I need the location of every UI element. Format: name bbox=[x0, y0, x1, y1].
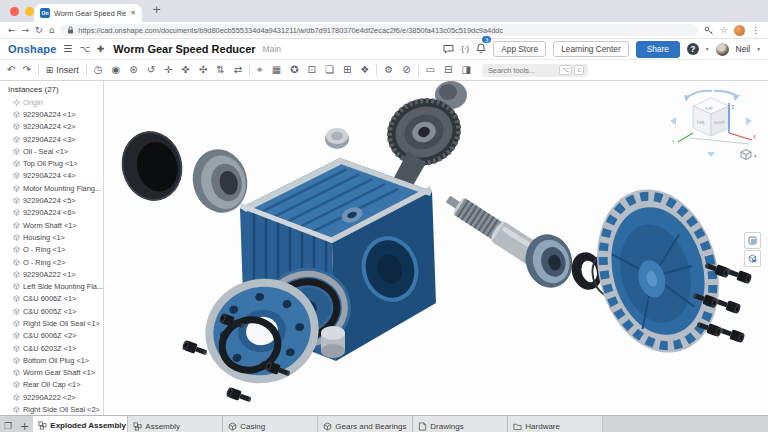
named-positions-button[interactable]: ✜ bbox=[181, 65, 189, 75]
user-avatar[interactable] bbox=[716, 43, 729, 56]
viewport-canvas[interactable]: Top Left Front Z X Y ▾ bbox=[104, 81, 768, 415]
add-element-icon[interactable]: + bbox=[20, 421, 29, 432]
instance-list-item[interactable]: C&U 6006Z <1> bbox=[0, 293, 103, 305]
user-menu-caret-icon[interactable]: ▾ bbox=[757, 46, 760, 52]
browser-profile-avatar[interactable] bbox=[734, 25, 745, 36]
instance-list-item[interactable]: Bottom Oil Plug <1> bbox=[0, 354, 103, 366]
learning-center-button[interactable]: Learning Center bbox=[553, 41, 629, 57]
follow-mode-icon[interactable]: {·} bbox=[461, 45, 469, 53]
share-button[interactable]: Share bbox=[636, 41, 680, 58]
instance-list-item[interactable]: Right Side Oil Seal <2> bbox=[0, 403, 103, 415]
instance-list-item[interactable]: 92290A224 <6> bbox=[0, 207, 103, 219]
part-rear-oil-cap[interactable] bbox=[580, 176, 737, 367]
instance-list-item[interactable]: 92290A224 <2> bbox=[0, 121, 103, 133]
instance-list-item[interactable]: Worm Shaft <1> bbox=[0, 219, 103, 231]
search-tools[interactable]: ⌥ c bbox=[482, 64, 588, 77]
instance-list-item[interactable]: 92290A224 <3> bbox=[0, 133, 103, 145]
group-button[interactable]: ⊛ bbox=[129, 65, 137, 75]
new-tab-button[interactable]: + bbox=[152, 3, 161, 16]
instance-list-item[interactable]: C&U 6203Z <1> bbox=[0, 342, 103, 354]
instances-header[interactable]: Instances (27) bbox=[0, 81, 103, 96]
insert-button[interactable]: ⊞ Insert bbox=[46, 65, 79, 75]
instance-list-item[interactable]: Oil - Seal <1> bbox=[0, 145, 103, 157]
tab-casing[interactable]: Casing bbox=[223, 416, 318, 432]
rotate-right-arrow[interactable] bbox=[746, 117, 752, 125]
instance-list-item[interactable]: Motor Mounting Flang... bbox=[0, 182, 103, 194]
view-cube-menu-button[interactable]: ▾ bbox=[741, 150, 757, 160]
back-icon[interactable]: ← bbox=[8, 26, 16, 35]
replicate-button[interactable]: ⊡ bbox=[308, 65, 316, 75]
hide-button[interactable]: ⊟ bbox=[444, 65, 452, 75]
part-oil-seal[interactable] bbox=[114, 125, 189, 207]
key-icon[interactable] bbox=[704, 26, 714, 35]
browser-menu-icon[interactable]: ⋮ bbox=[751, 26, 760, 35]
instance-list-item[interactable]: C&U 6005Z <1> bbox=[0, 305, 103, 317]
measure-button[interactable]: ▭ bbox=[426, 65, 435, 75]
isolate-button[interactable]: ◨ bbox=[461, 65, 470, 75]
part-socket-bolt[interactable] bbox=[182, 340, 209, 358]
close-window-button[interactable] bbox=[10, 7, 19, 16]
instance-list-item[interactable]: 92290A224 <4> bbox=[0, 170, 103, 182]
part-top-oil-plug[interactable] bbox=[325, 128, 349, 149]
exploded-view-button[interactable]: ✣ bbox=[199, 65, 207, 75]
instance-list-item[interactable]: 92290A222 <2> bbox=[0, 391, 103, 403]
instance-origin[interactable]: Origin bbox=[0, 96, 103, 108]
search-tools-input[interactable] bbox=[486, 65, 557, 76]
part-bottom-oil-plug[interactable] bbox=[321, 326, 345, 358]
part-socket-bolt[interactable] bbox=[725, 266, 752, 284]
configurations-button[interactable]: ⚙ bbox=[384, 65, 393, 75]
reload-icon[interactable]: ↻ bbox=[35, 26, 43, 35]
mate-button[interactable]: ◉ bbox=[112, 65, 121, 75]
comment-icon[interactable] bbox=[443, 44, 454, 54]
tab-close-icon[interactable]: ✕ bbox=[130, 9, 136, 17]
undo-icon[interactable]: ↶ bbox=[7, 65, 15, 75]
pattern-button[interactable]: ▦ bbox=[272, 65, 281, 75]
part-socket-bolt[interactable] bbox=[714, 296, 741, 314]
instance-list-item[interactable]: C&U 6006Z <2> bbox=[0, 330, 103, 342]
instance-list-item[interactable]: Worm Gear Shaft <1> bbox=[0, 367, 103, 379]
tab-assembly[interactable]: Assembly bbox=[128, 416, 223, 432]
instance-list-item[interactable]: 92290A224 <5> bbox=[0, 194, 103, 206]
default-views-button[interactable] bbox=[744, 250, 761, 267]
tab-drawings[interactable]: Drawings bbox=[413, 416, 508, 432]
instance-list-item[interactable]: O - Ring <1> bbox=[0, 244, 103, 256]
feature-button[interactable]: ✪ bbox=[290, 65, 298, 75]
browser-tab[interactable]: On Worm Gear Speed Reducer | E ✕ bbox=[34, 4, 142, 22]
instance-list-item[interactable]: Right Side Oil Seal <1> bbox=[0, 317, 103, 329]
snap-mode-button[interactable]: ✛ bbox=[164, 65, 172, 75]
view-cube[interactable]: Top Left Front Z X Y bbox=[670, 91, 756, 157]
transform-button[interactable]: ⌖ bbox=[257, 65, 263, 75]
notifications-bell[interactable]: 3 bbox=[476, 40, 486, 58]
minimize-window-button[interactable] bbox=[25, 7, 34, 16]
create-document-icon[interactable]: ✚ bbox=[97, 45, 105, 54]
section-view-button[interactable]: ⊘ bbox=[402, 65, 410, 75]
appearance-button[interactable]: ❖ bbox=[360, 65, 369, 75]
instance-list-item[interactable]: Left Side Mounting Fla... bbox=[0, 280, 103, 292]
instance-list-item[interactable]: Housing <1> bbox=[0, 231, 103, 243]
forward-icon[interactable]: → bbox=[22, 26, 30, 35]
rotate-left-arrow[interactable] bbox=[670, 117, 676, 125]
help-caret-icon[interactable]: ▾ bbox=[706, 46, 709, 52]
app-store-button[interactable]: App Store bbox=[493, 41, 546, 57]
tab-hardware[interactable]: Hardware bbox=[508, 416, 603, 432]
rotate-down-arrow[interactable] bbox=[707, 152, 715, 157]
animate-button[interactable]: ⇄ bbox=[234, 65, 242, 75]
redo-icon[interactable]: ↷ bbox=[22, 65, 30, 75]
in-context-button[interactable]: ❏ bbox=[325, 65, 334, 75]
help-button[interactable]: ? bbox=[687, 43, 699, 55]
instance-list-item[interactable]: Rear Oil Cap <1> bbox=[0, 379, 103, 391]
instance-list-item[interactable]: 92290A222 <1> bbox=[0, 268, 103, 280]
workspace-name[interactable]: Main bbox=[263, 44, 281, 54]
part-socket-bolt[interactable] bbox=[226, 387, 253, 405]
display-states-button[interactable]: ⇅ bbox=[216, 65, 224, 75]
main-menu-icon[interactable]: ☰ bbox=[63, 44, 72, 54]
onshape-logo[interactable]: Onshape bbox=[8, 43, 56, 55]
versions-icon[interactable]: ⌥ bbox=[79, 45, 89, 54]
graphics-viewport[interactable]: Top Left Front Z X Y ▾ bbox=[104, 81, 768, 415]
instance-list-item[interactable]: Top Oil Plug <1> bbox=[0, 157, 103, 169]
user-name[interactable]: Neil bbox=[736, 44, 751, 54]
history-button[interactable]: ◷ bbox=[94, 65, 103, 75]
bom-table-button[interactable]: ⊞ bbox=[343, 65, 351, 75]
bookmark-star-icon[interactable]: ☆ bbox=[720, 26, 728, 35]
instance-list-item[interactable]: O - Ring <2> bbox=[0, 256, 103, 268]
